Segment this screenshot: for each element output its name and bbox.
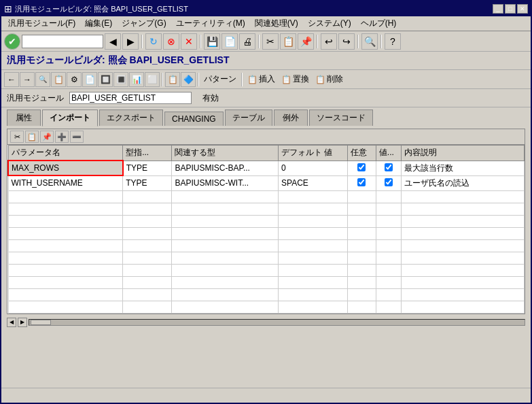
scroll-right-button[interactable]: ▶ xyxy=(18,318,27,327)
value-cell[interactable] xyxy=(376,190,401,203)
scroll-left-button[interactable]: ◀ xyxy=(7,318,16,327)
forward-button[interactable]: ▶ xyxy=(122,33,139,50)
value-checkbox[interactable] xyxy=(385,178,393,186)
value-cell[interactable] xyxy=(376,203,401,215)
menu-module[interactable]: 汎用モジュール(F) xyxy=(4,16,79,31)
optional-cell[interactable] xyxy=(347,203,376,215)
param-cell[interactable] xyxy=(8,264,123,276)
param-cell[interactable] xyxy=(8,301,123,313)
param-cell[interactable] xyxy=(8,227,123,239)
tab-attr[interactable]: 属性 xyxy=(7,110,41,126)
optional-cell[interactable] xyxy=(347,190,376,203)
table-row[interactable] xyxy=(8,276,525,288)
table-row[interactable] xyxy=(8,227,525,239)
icon4-button[interactable]: 📄 xyxy=(82,72,97,87)
menu-system[interactable]: システム(Y) xyxy=(304,16,355,31)
tab-import[interactable]: インポート xyxy=(42,110,98,127)
minimize-button[interactable]: _ xyxy=(493,4,503,14)
cut-button[interactable]: ✂ xyxy=(262,33,279,50)
icon9-button[interactable]: 📋 xyxy=(165,72,180,87)
scroll-thumb[interactable] xyxy=(31,320,51,325)
tab-export[interactable]: エクスポート xyxy=(99,110,163,126)
icon1-button[interactable]: 🔍 xyxy=(35,72,50,87)
value-cell[interactable] xyxy=(376,288,401,301)
tab-changing[interactable]: CHANGING xyxy=(164,112,224,126)
redo-button[interactable]: ↪ xyxy=(338,33,355,50)
table-row[interactable] xyxy=(8,301,525,313)
optional-cell[interactable] xyxy=(347,215,376,227)
pattern-button[interactable]: パターン xyxy=(201,72,239,86)
tab-source[interactable]: ソースコード xyxy=(309,110,373,126)
optional-checkbox[interactable] xyxy=(357,163,366,171)
stop2-button[interactable]: ✕ xyxy=(181,33,197,50)
delete-btn[interactable]: 📋 削除 xyxy=(313,72,346,86)
back-button[interactable]: ◀ xyxy=(105,33,121,50)
table-row[interactable] xyxy=(8,190,525,203)
param-cell[interactable]: WITH_USERNAME xyxy=(8,175,123,190)
copy-row-button[interactable]: 📋 xyxy=(25,131,39,143)
menu-utility[interactable]: ユーティリティ(M) xyxy=(172,16,249,31)
menu-jump[interactable]: ジャンプ(G) xyxy=(118,16,170,31)
value-cell[interactable] xyxy=(376,215,401,227)
optional-cell[interactable] xyxy=(347,175,376,190)
back2-button[interactable]: ← xyxy=(4,72,19,87)
icon8-button[interactable]: ⬜ xyxy=(145,72,160,87)
icon3-button[interactable]: ⚙ xyxy=(67,72,82,87)
save-button[interactable]: 💾 xyxy=(204,33,220,50)
table-row[interactable]: WITH_USERNAMETYPEBAPIUSMISC-WIT...SPACEユ… xyxy=(8,175,525,190)
save2-button[interactable]: 📄 xyxy=(221,33,238,50)
menu-help[interactable]: ヘルプ(H) xyxy=(357,16,401,31)
del-row-button[interactable]: ➖ xyxy=(70,131,84,143)
add-row-button[interactable]: ➕ xyxy=(55,131,69,143)
menu-related[interactable]: 関連処理(V) xyxy=(251,16,302,31)
optional-cell[interactable] xyxy=(347,264,376,276)
optional-cell[interactable] xyxy=(347,288,376,301)
tab-exception[interactable]: 例外 xyxy=(274,110,308,126)
value-checkbox[interactable] xyxy=(385,163,393,171)
param-cell[interactable] xyxy=(8,203,123,215)
param-cell[interactable] xyxy=(8,190,123,203)
tab-table[interactable]: テーブル xyxy=(225,110,272,126)
optional-cell[interactable] xyxy=(347,239,376,252)
optional-cell[interactable] xyxy=(347,227,376,239)
menu-edit[interactable]: 編集(E) xyxy=(81,16,116,31)
command-input[interactable] xyxy=(22,35,103,48)
param-cell[interactable] xyxy=(8,239,123,252)
icon6-button[interactable]: 🔳 xyxy=(113,72,128,87)
cut-row-button[interactable]: ✂ xyxy=(10,131,24,143)
value-cell[interactable] xyxy=(376,175,401,190)
stop-button[interactable]: ⊗ xyxy=(163,33,179,50)
insert-btn[interactable]: 📋 插入 xyxy=(245,72,278,86)
optional-checkbox[interactable] xyxy=(357,178,366,186)
table-row[interactable] xyxy=(8,239,525,252)
value-cell[interactable] xyxy=(376,276,401,288)
print-button[interactable]: 🖨 xyxy=(239,33,255,50)
replace-btn[interactable]: 📋 置換 xyxy=(279,72,312,86)
value-cell[interactable] xyxy=(376,161,401,175)
icon2-button[interactable]: 📋 xyxy=(51,72,66,87)
value-cell[interactable] xyxy=(376,239,401,252)
refresh-button[interactable]: ↻ xyxy=(145,33,162,50)
horizontal-scrollbar[interactable]: ◀ ▶ xyxy=(7,317,525,328)
param-cell[interactable] xyxy=(8,276,123,288)
forward2-button[interactable]: → xyxy=(20,72,35,87)
module-input[interactable] xyxy=(69,92,192,104)
find-button[interactable]: 🔍 xyxy=(361,33,378,50)
table-row[interactable] xyxy=(8,215,525,227)
value-cell[interactable] xyxy=(376,252,401,264)
value-cell[interactable] xyxy=(376,227,401,239)
help-button[interactable]: ? xyxy=(385,33,401,50)
param-cell[interactable] xyxy=(8,288,123,301)
optional-cell[interactable] xyxy=(347,276,376,288)
paste-row-button[interactable]: 📌 xyxy=(40,131,54,143)
param-cell[interactable] xyxy=(8,215,123,227)
param-cell[interactable]: MAX_ROWS xyxy=(8,161,123,175)
value-cell[interactable] xyxy=(376,301,401,313)
value-cell[interactable] xyxy=(376,264,401,276)
icon7-button[interactable]: 📊 xyxy=(129,72,144,87)
paste-button[interactable]: 📌 xyxy=(298,33,314,50)
table-row[interactable]: MAX_ROWSTYPEBAPIUSMISC-BAP...0最大該当行数 xyxy=(8,161,525,175)
scroll-track[interactable] xyxy=(29,319,525,326)
table-row[interactable] xyxy=(8,203,525,215)
optional-cell[interactable] xyxy=(347,301,376,313)
